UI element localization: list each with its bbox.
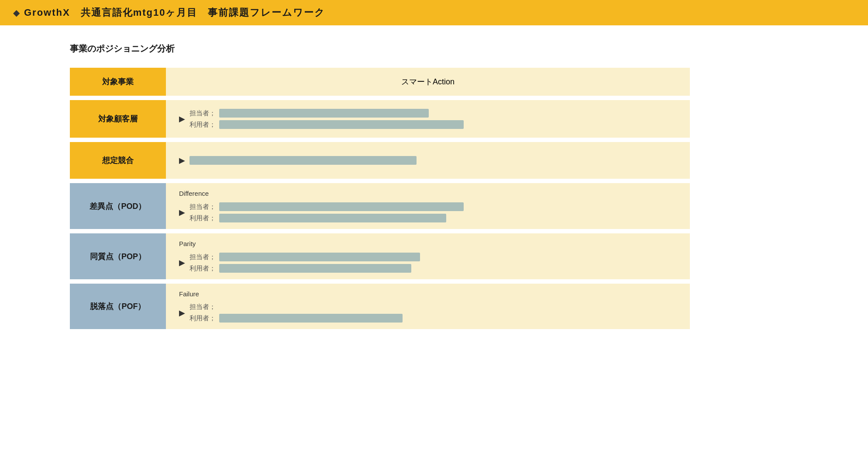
pop-row: 同質点（POP） Parity ▶ 担当者； 利用者； [70,233,703,279]
pop-bar-2 [219,264,411,273]
pod-text-container: 担当者； 利用者； [189,202,677,222]
pop-line-2: 利用者； [189,264,677,273]
competition-label: 想定競合 [70,142,166,179]
customer-bar-2 [219,120,464,129]
pod-arrow-icon: ▶ [179,208,185,217]
customer-line-2-prefix: 利用者； [189,121,216,129]
pof-value: Failure ▶ 担当者； 利用者； [166,284,690,329]
gap-row-5 [70,279,703,284]
target-business-empty [690,68,703,96]
pof-category: Failure [179,290,677,298]
gap-row-4 [70,229,703,233]
pod-value: Difference ▶ 担当者； 利用者； [166,183,690,229]
pod-line-2-prefix: 利用者； [189,214,216,222]
competition-bar-1 [189,156,417,165]
pof-line-1: 担当者； [189,303,677,311]
framework-table: 対象事業 スマートAction 対象顧客層 ▶ 担当者； [70,68,703,329]
customer-arrow-icon: ▶ [179,114,185,124]
pof-bar-2 [219,314,403,323]
pop-text-container: 担当者； 利用者； [189,253,677,273]
competition-arrow-icon: ▶ [179,156,185,165]
gap-row-1 [70,96,703,100]
pop-line-1-prefix: 担当者； [189,253,216,261]
customer-row: 対象顧客層 ▶ 担当者； 利用者； [70,100,703,138]
header-banner: ◆ GrowthX 共通言語化mtg10ヶ月目 事前課題フレームワーク [0,0,868,25]
pof-row: 脱落点（POF） Failure ▶ 担当者； 利用者； [70,284,703,329]
competition-line-1 [189,156,677,165]
pof-line-2: 利用者； [189,314,677,323]
pod-arrow-row: ▶ 担当者； 利用者； [179,202,677,222]
pof-label: 脱落点（POF） [70,284,166,329]
pop-content: Parity ▶ 担当者； 利用者； [179,240,677,273]
customer-value: ▶ 担当者； 利用者； [166,100,690,138]
customer-bar-1 [219,109,429,118]
pod-row: 差異点（POD） Difference ▶ 担当者； 利用者； [70,183,703,229]
customer-line-1-prefix: 担当者； [189,109,216,118]
pod-bar-2 [219,214,446,222]
target-business-value: スマートAction [166,68,690,96]
pod-label: 差異点（POD） [70,183,166,229]
pof-content: Failure ▶ 担当者； 利用者； [179,290,677,323]
target-business-row: 対象事業 スマートAction [70,68,703,96]
target-business-label: 対象事業 [70,68,166,96]
pod-line-1: 担当者； [189,202,677,211]
customer-line-2: 利用者； [189,120,677,129]
pop-line-1: 担当者； [189,253,677,261]
diamond-icon: ◆ [13,7,20,18]
page-content: 事業のポジショニング分析 対象事業 スマートAction 対象顧客層 ▶ 担当者… [0,43,868,329]
section-title: 事業のポジショニング分析 [70,43,798,55]
pod-content: Difference ▶ 担当者； 利用者； [179,190,677,222]
pop-arrow-row: ▶ 担当者； 利用者； [179,253,677,273]
customer-text-container: 担当者； 利用者； [189,109,677,129]
competition-arrow-row: ▶ [179,156,677,165]
pof-arrow-row: ▶ 担当者； 利用者； [179,303,677,323]
pod-line-2: 利用者； [189,214,677,222]
pod-line-1-prefix: 担当者； [189,203,216,211]
pod-bar-1 [219,202,464,211]
competition-value: ▶ [166,142,690,179]
pof-line-1-prefix: 担当者； [189,303,216,311]
pop-category: Parity [179,240,677,247]
pof-arrow-icon: ▶ [179,308,185,318]
pof-line-2-prefix: 利用者； [189,314,216,323]
competition-row: 想定競合 ▶ [70,142,703,179]
customer-arrow-row: ▶ 担当者； 利用者； [179,109,677,129]
header-title: GrowthX 共通言語化mtg10ヶ月目 事前課題フレームワーク [24,6,325,19]
customer-line-1: 担当者； [189,109,677,118]
pod-category: Difference [179,190,677,197]
pop-line-2-prefix: 利用者； [189,264,216,273]
pof-text-container: 担当者； 利用者； [189,303,677,323]
customer-label: 対象顧客層 [70,100,166,138]
gap-row-2 [70,138,703,142]
pop-value: Parity ▶ 担当者； 利用者； [166,233,690,279]
competition-text-container [189,156,677,165]
pop-arrow-icon: ▶ [179,258,185,267]
pop-bar-1 [219,253,420,261]
pop-label: 同質点（POP） [70,233,166,279]
gap-row-3 [70,179,703,183]
